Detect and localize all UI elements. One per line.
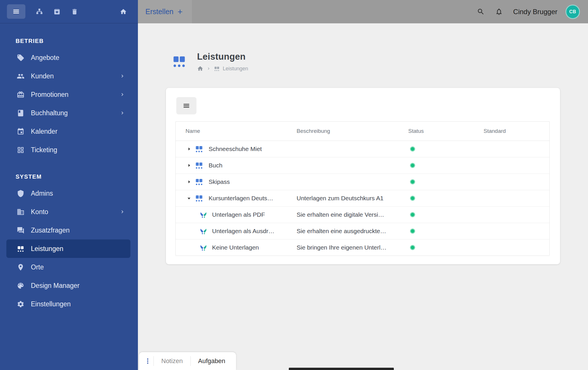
- sidebar-toolbar: [0, 0, 138, 23]
- tab-aufgaben[interactable]: Aufgaben: [191, 357, 233, 365]
- column-header-beschreibung[interactable]: Beschreibung: [297, 128, 408, 134]
- cell-status: [408, 229, 484, 234]
- cell-name: Skipass: [176, 178, 297, 186]
- tab-notizen[interactable]: Notizen: [154, 357, 190, 365]
- expand-caret-icon[interactable]: [186, 146, 192, 152]
- status-active-dot: [410, 245, 415, 250]
- archive-icon[interactable]: [53, 8, 61, 15]
- sidebar-item-promotionen[interactable]: Promotionen: [6, 85, 130, 104]
- sidebar-item-label: Kalender: [31, 128, 57, 135]
- sidebar-item-buchhaltung[interactable]: Buchhaltung: [6, 104, 130, 122]
- cell-status: [408, 212, 484, 217]
- sidebar-item-orte[interactable]: Orte: [6, 258, 130, 276]
- row-name: Keine Unterlagen: [212, 244, 259, 251]
- calendar-icon: [17, 128, 25, 135]
- pin-icon: [17, 263, 25, 271]
- cell-status: [408, 163, 484, 168]
- gear-icon: [17, 300, 25, 308]
- avatar[interactable]: CB: [565, 5, 580, 19]
- service-icon: [195, 161, 203, 170]
- table-row-schneeschuhe-miet[interactable]: Schneeschuhe Miet: [176, 141, 549, 157]
- cell-name: Keine Unterlagen: [176, 243, 297, 252]
- status-active-dot: [410, 146, 415, 152]
- sidebar-item-kunden[interactable]: Kunden: [6, 67, 130, 85]
- plus-icon: +: [177, 7, 183, 16]
- sidebar-item-label: Zusatzfragen: [31, 226, 70, 234]
- topbar: Erstellen + Cindy Brugger CB: [138, 0, 588, 23]
- row-description: Sie bringen Ihre eigenen Unterl…: [297, 244, 408, 251]
- table-menu-button[interactable]: [176, 97, 196, 114]
- cell-name: Schneeschuhe Miet: [176, 145, 297, 153]
- table-row-buch[interactable]: Buch: [176, 157, 549, 174]
- cell-status: [408, 196, 484, 201]
- book-icon: [17, 109, 25, 117]
- sidebar-item-kalender[interactable]: Kalender: [6, 122, 130, 141]
- trash-icon[interactable]: [71, 8, 78, 15]
- table-row-unterlagen-als-ausdr[interactable]: Unterlagen als Ausdr…Sie erhalten eine a…: [176, 223, 549, 239]
- create-button[interactable]: Erstellen +: [138, 0, 192, 23]
- sidebar-item-angebote[interactable]: Angebote: [6, 48, 130, 67]
- sidebar-item-design-manager[interactable]: Design Manager: [6, 276, 130, 295]
- services-page-icon: [172, 54, 187, 69]
- collapse-caret-icon[interactable]: [186, 195, 192, 202]
- expand-caret-icon[interactable]: [186, 178, 192, 185]
- service-icon: [195, 194, 203, 203]
- table-header-row: NameBeschreibungStatusStandard: [176, 122, 549, 141]
- table-row-skipass[interactable]: Skipass: [176, 174, 549, 190]
- user-name: Cindy Brugger: [513, 8, 557, 16]
- cell-name: Unterlagen als Ausdr…: [176, 227, 297, 235]
- search-icon[interactable]: [477, 8, 485, 16]
- sidebar-item-konto[interactable]: Konto: [6, 203, 130, 221]
- row-name: Unterlagen als PDF: [212, 211, 265, 218]
- column-header-standard[interactable]: Standard: [484, 128, 549, 134]
- users-icon: [17, 72, 25, 80]
- home-icon[interactable]: [120, 8, 127, 15]
- services-icon: [17, 245, 25, 253]
- sidebar-item-zusatzfragen[interactable]: Zusatzfragen: [6, 221, 130, 239]
- status-active-dot: [410, 179, 415, 184]
- panel-options-icon[interactable]: [144, 358, 151, 365]
- chevron-right-icon: [119, 73, 125, 79]
- palette-icon: [17, 282, 25, 290]
- expand-caret-icon[interactable]: [186, 162, 192, 169]
- ticket-icon: [17, 146, 25, 154]
- sidebar-item-ticketing[interactable]: Ticketing: [6, 141, 130, 159]
- avatar-initials: CB: [569, 9, 576, 14]
- table-row-kursunterlagen-deuts[interactable]: Kursunterlagen Deuts…Unterlagen zum Deut…: [176, 190, 549, 207]
- breadcrumb-separator-icon: [206, 66, 211, 71]
- sitemap-icon[interactable]: [36, 8, 43, 15]
- services-table: NameBeschreibungStatusStandard Schneesch…: [175, 121, 550, 256]
- table-row-keine-unterlagen[interactable]: Keine UnterlagenSie bringen Ihre eigenen…: [176, 239, 549, 256]
- sidebar: BETRIEBAngeboteKundenPromotionenBuchhalt…: [0, 0, 138, 370]
- table-body: Schneeschuhe MietBuchSkipassKursunterlag…: [176, 141, 549, 256]
- building-icon: [17, 208, 25, 216]
- cell-name: Unterlagen als PDF: [176, 211, 297, 219]
- status-active-dot: [410, 229, 415, 234]
- breadcrumb-current: Leistungen: [223, 66, 248, 72]
- column-header-status[interactable]: Status: [408, 128, 484, 134]
- sidebar-nav: BETRIEBAngeboteKundenPromotionenBuchhalt…: [0, 38, 138, 313]
- cell-status: [408, 245, 484, 250]
- create-button-label: Erstellen: [145, 7, 173, 16]
- sidebar-item-label: Promotionen: [31, 91, 68, 99]
- row-description: Unterlagen zum Deutschkurs A1: [297, 195, 408, 202]
- sidebar-item-einstellungen[interactable]: Einstellungen: [6, 295, 130, 313]
- sub-service-icon: [199, 243, 207, 252]
- row-name: Kursunterlagen Deuts…: [209, 195, 273, 202]
- sidebar-item-label: Ticketing: [31, 146, 57, 154]
- menu-icon: [12, 8, 20, 15]
- breadcrumb-home-icon[interactable]: [197, 65, 203, 72]
- service-icon: [195, 178, 203, 186]
- sidebar-item-label: Admins: [31, 190, 53, 197]
- sidebar-collapse-button[interactable]: [7, 4, 25, 19]
- chevron-right-icon: [119, 209, 125, 215]
- sidebar-item-leistungen[interactable]: Leistungen: [6, 239, 130, 258]
- table-row-unterlagen-als-pdf[interactable]: Unterlagen als PDFSie erhalten eine digi…: [176, 207, 549, 223]
- sub-service-icon: [199, 227, 207, 235]
- notifications-icon[interactable]: [495, 8, 503, 16]
- sidebar-item-admins[interactable]: Admins: [6, 184, 130, 203]
- column-header-name[interactable]: Name: [176, 128, 297, 134]
- main-content: Leistungen Leistungen NameBeschreibungSt…: [138, 23, 588, 370]
- row-name: Schneeschuhe Miet: [209, 146, 262, 152]
- row-name: Skipass: [209, 178, 230, 185]
